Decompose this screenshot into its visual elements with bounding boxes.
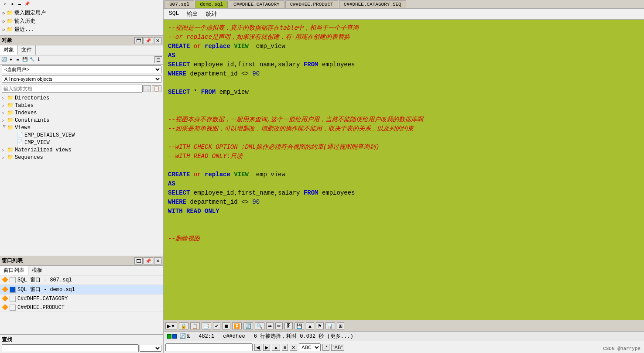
- objects-panel-close[interactable]: ✕: [154, 37, 161, 44]
- run-btn[interactable]: ▶▼: [165, 322, 177, 329]
- wl-item-demo[interactable]: 🔶 SQL 窗口 - demo.sql: [0, 285, 163, 295]
- menu-stats[interactable]: 统计: [204, 10, 219, 18]
- sql-line-10: --WITH CHECK OPTION :DML操作必须符合视图的约束(通过视图…: [168, 143, 640, 152]
- wl-minimize-btn[interactable]: 🗔: [134, 257, 143, 264]
- reload-btn[interactable]: 🔄: [243, 322, 253, 329]
- window-list-title: 窗口列表: [2, 257, 23, 264]
- search-input[interactable]: [2, 344, 139, 352]
- find-next-btn[interactable]: ▶: [263, 344, 270, 351]
- window-list-header: 窗口列表 🗔 📌 ✕: [0, 256, 163, 266]
- find-list-btn[interactable]: ≡: [282, 344, 288, 351]
- find-input[interactable]: [165, 343, 253, 351]
- sql-tab-807[interactable]: 807.sql: [164, 0, 194, 8]
- save2-btn[interactable]: 💾: [295, 322, 304, 329]
- flag-btn[interactable]: ⚑: [316, 322, 324, 329]
- tree-item-load-user[interactable]: ▷ 📁 载入固定用户: [3, 9, 161, 17]
- sql-tab-product[interactable]: C##DHEE.PRODUCT: [285, 0, 338, 8]
- tree-node-views[interactable]: ▷ 📁 Views: [1, 124, 162, 131]
- left-top-section: ◁ ✚ ▬ 📌 ▷ 📁 载入固定用户 ▷ 📁 输入历史 ▷ 📁: [0, 0, 163, 36]
- tab-objects[interactable]: 对象: [0, 45, 18, 55]
- tree-node-constraints[interactable]: ▷ 📁 Constraints: [1, 117, 162, 124]
- filter-dropdown-row: All non-system objects: [0, 74, 163, 84]
- objects-search-input[interactable]: [2, 85, 143, 93]
- tree-node-tables[interactable]: ▷ 📁 Tables: [1, 102, 162, 109]
- find-regex-btn[interactable]: .*: [322, 344, 329, 351]
- sql-line-empty2: [168, 97, 640, 106]
- tree-item-recent-label: 最近...: [14, 26, 34, 33]
- objects-panel-pin[interactable]: 📌: [144, 37, 153, 44]
- check-btn[interactable]: ✔: [213, 322, 220, 329]
- tree-node-mat-views[interactable]: ▷ 📁 Materialized views: [1, 146, 162, 154]
- menu-sql[interactable]: SQL: [167, 10, 181, 18]
- arrow-btn[interactable]: ➡: [266, 322, 274, 329]
- find-clear-btn[interactable]: ✕: [290, 344, 297, 351]
- objects-search-more-btn[interactable]: ...: [144, 85, 151, 92]
- paste-btn[interactable]: 📑: [202, 322, 211, 329]
- wl-item-product[interactable]: 🔶 C##DHEE.PRODUCT: [0, 303, 163, 312]
- info-icon[interactable]: ℹ: [36, 57, 42, 63]
- tree-node-emp-view[interactable]: 📄 EMP_VIEW: [1, 139, 162, 146]
- up-btn[interactable]: ▲: [306, 322, 314, 329]
- objects-panel-minimize[interactable]: 🗔: [134, 37, 143, 44]
- chart-btn[interactable]: 📊: [325, 322, 335, 329]
- add2-icon[interactable]: ✚: [8, 57, 14, 63]
- search-mode-select[interactable]: [140, 345, 161, 352]
- tree-node-directories[interactable]: ▷ 📁 Directories: [1, 94, 162, 102]
- tree-node-indexes[interactable]: ▷ 📁 Indexes: [1, 109, 162, 117]
- tree-item-recent[interactable]: ▷ 📁 最近...: [3, 25, 161, 34]
- find-prev-btn[interactable]: ◀: [254, 344, 261, 351]
- status-indicator-green: 🔄 &: [167, 333, 190, 339]
- sql-editor[interactable]: --视图是一个虚拟表，真正的数据储存在table中，相当于一个子查询 --or …: [164, 20, 644, 320]
- tree-node-emp-details-view[interactable]: 📄 EMP_DETAILS_VIEW: [1, 131, 162, 139]
- sql-line-empty4: [168, 134, 640, 143]
- step-btn[interactable]: ⏬: [232, 322, 242, 329]
- arrow-left-icon[interactable]: ◁: [2, 1, 8, 7]
- stop-btn[interactable]: ⏹: [222, 322, 230, 329]
- find-btn[interactable]: 🔍: [255, 322, 264, 329]
- db-btn[interactable]: 🗄: [284, 322, 293, 329]
- filter-dropdown[interactable]: All non-system objects: [2, 75, 161, 83]
- wl-pin-btn[interactable]: 📌: [144, 257, 153, 264]
- tab-window-list[interactable]: 窗口列表: [0, 266, 28, 275]
- menu-output[interactable]: 输出: [185, 10, 200, 18]
- filter-icon[interactable]: 🔧: [29, 57, 35, 63]
- minus2-icon[interactable]: ▬: [15, 57, 21, 63]
- sql-line-9: --如果是简单视图，可以增删改，增删改的操作能不能用，取决于表的关系，以及列的约…: [168, 124, 640, 134]
- sql-tab-demo[interactable]: demo.sql: [195, 0, 228, 8]
- find-match-btn[interactable]: "AB": [331, 344, 344, 351]
- tree-item-history[interactable]: ▷ 📁 输入历史: [3, 17, 161, 25]
- copy-btn[interactable]: 📋: [190, 322, 200, 329]
- tree-item-history-label: 输入历史: [14, 17, 35, 25]
- current-user-dropdown[interactable]: <当前用户>: [2, 65, 161, 73]
- table-btn[interactable]: ⊞: [337, 322, 344, 329]
- tab-files[interactable]: 文件: [18, 45, 36, 55]
- add-icon[interactable]: ✚: [9, 1, 15, 7]
- pin-icon[interactable]: 📌: [24, 1, 30, 7]
- objects-panel-detail-btn[interactable]: ☰: [154, 56, 162, 63]
- sql-line-empty5: [168, 161, 640, 170]
- objects-panel-toolbar: 🔄 ✚ ▬ 💾 🔧 ℹ ☰: [0, 55, 163, 65]
- minus-icon[interactable]: ▬: [17, 1, 23, 7]
- objects-tree: ▷ 📁 Directories ▷ 📁 Tables ▷ 📁 Indexes ▷…: [0, 93, 163, 256]
- lock-btn[interactable]: 🔒: [179, 322, 188, 329]
- sql-tab-catagory[interactable]: C##DHEE.CATAGORY: [229, 0, 284, 8]
- edit-btn[interactable]: ✏: [275, 322, 283, 329]
- wl-item-807[interactable]: 🔶 SQL 窗口 - 807.sql: [0, 275, 163, 285]
- sql-tab-catagory-seq[interactable]: C##DHEE.CATAGORY_SEQ: [339, 0, 406, 8]
- objects-search-clear-btn[interactable]: 📋: [152, 85, 161, 92]
- objects-panel-controls: 🗔 📌 ✕: [134, 37, 161, 44]
- tree-node-sequences[interactable]: ▷ 📁 Sequences: [1, 154, 162, 161]
- wl-item-catagory[interactable]: 🔶 C##DHEE.CATAGORY: [0, 295, 163, 303]
- find-up-btn[interactable]: ▲: [272, 344, 280, 351]
- tab-templates[interactable]: 模板: [28, 266, 46, 275]
- refresh-icon[interactable]: 🔄: [1, 57, 7, 63]
- wl-icon-catagory: 🔶: [2, 295, 8, 302]
- save-icon[interactable]: 💾: [22, 57, 28, 63]
- sql-line-empty7: [168, 225, 640, 234]
- wl-close-btn[interactable]: ✕: [154, 257, 161, 264]
- sql-line-empty6: [168, 216, 640, 225]
- wl-icon-demo: 🔶: [2, 286, 8, 293]
- find-mode-select[interactable]: ABC: [299, 343, 321, 351]
- objects-search-row: ... 📋: [0, 84, 163, 93]
- objects-panel-tabs: 对象 文件: [0, 45, 163, 55]
